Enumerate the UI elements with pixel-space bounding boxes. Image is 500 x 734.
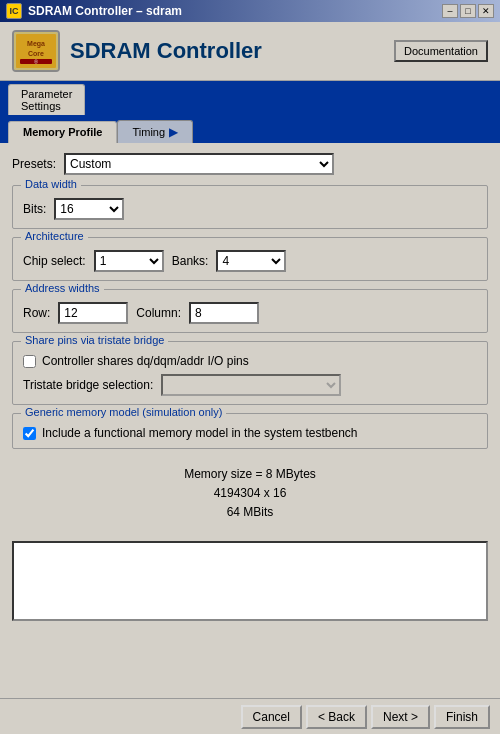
architecture-title: Architecture xyxy=(21,230,88,242)
next-button[interactable]: Next > xyxy=(371,705,430,729)
share-pins-group: Share pins via tristate bridge Controlle… xyxy=(12,341,488,405)
cancel-button[interactable]: Cancel xyxy=(241,705,302,729)
presets-row: Presets: Custom xyxy=(12,153,488,175)
svg-text:Core: Core xyxy=(28,50,44,57)
minimize-button[interactable]: – xyxy=(442,4,458,18)
architecture-row: Chip select: 1 2 4 Banks: 1 2 4 xyxy=(23,250,477,272)
chip-select-label: Chip select: xyxy=(23,254,86,268)
include-memory-checkbox[interactable] xyxy=(23,427,36,440)
row-input[interactable] xyxy=(58,302,128,324)
address-widths-group: Address widths Row: Column: xyxy=(12,289,488,333)
svg-text:®: ® xyxy=(34,59,38,65)
address-row: Row: Column: xyxy=(23,302,477,324)
dimensions-text: 4194304 x 16 xyxy=(12,484,488,503)
mbits-text: 64 MBits xyxy=(12,503,488,522)
presets-label: Presets: xyxy=(12,157,56,171)
timing-arrow-icon: ▶ xyxy=(169,125,178,139)
chip-select-select[interactable]: 1 2 4 xyxy=(94,250,164,272)
column-label: Column: xyxy=(136,306,181,320)
column-input[interactable] xyxy=(189,302,259,324)
parameter-settings-tab[interactable]: Parameter Settings xyxy=(8,84,85,115)
banks-select[interactable]: 1 2 4 xyxy=(216,250,286,272)
presets-select[interactable]: Custom xyxy=(64,153,334,175)
memory-size-text: Memory size = 8 MBytes xyxy=(12,465,488,484)
include-memory-row: Include a functional memory model in the… xyxy=(23,426,477,440)
tristate-label: Tristate bridge selection: xyxy=(23,378,153,392)
sub-tab-bar: Memory Profile Timing ▶ xyxy=(0,115,500,143)
tab-memory-profile[interactable]: Memory Profile xyxy=(8,121,117,143)
controller-shares-row: Controller shares dq/dqm/addr I/O pins xyxy=(23,354,477,368)
close-button[interactable]: ✕ xyxy=(478,4,494,18)
svg-text:Mega: Mega xyxy=(27,40,45,48)
include-memory-label: Include a functional memory model in the… xyxy=(42,426,358,440)
address-widths-title: Address widths xyxy=(21,282,104,294)
tristate-row: Tristate bridge selection: xyxy=(23,374,477,396)
title-bar: IC SDRAM Controller – sdram – □ ✕ xyxy=(0,0,500,22)
controller-shares-label: Controller shares dq/dqm/addr I/O pins xyxy=(42,354,249,368)
app-header: Mega Core ® SDRAM Controller Documentati… xyxy=(0,22,500,81)
data-width-title: Data width xyxy=(21,178,81,190)
tristate-select[interactable] xyxy=(161,374,341,396)
window-title: SDRAM Controller – sdram xyxy=(28,4,182,18)
button-bar: Cancel < Back Next > Finish xyxy=(0,698,500,734)
back-button[interactable]: < Back xyxy=(306,705,367,729)
architecture-group: Architecture Chip select: 1 2 4 Banks: 1… xyxy=(12,237,488,281)
banks-label: Banks: xyxy=(172,254,209,268)
title-bar-buttons[interactable]: – □ ✕ xyxy=(442,4,494,18)
app-icon: IC xyxy=(6,3,22,19)
form-area: Presets: Custom Data width Bits: 8 16 32… xyxy=(0,143,500,537)
controller-shares-checkbox[interactable] xyxy=(23,355,36,368)
share-pins-title: Share pins via tristate bridge xyxy=(21,334,168,346)
bits-label: Bits: xyxy=(23,202,46,216)
preview-box xyxy=(12,541,488,621)
generic-memory-group: Generic memory model (simulation only) I… xyxy=(12,413,488,449)
finish-button[interactable]: Finish xyxy=(434,705,490,729)
generic-memory-title: Generic memory model (simulation only) xyxy=(21,406,226,418)
row-label: Row: xyxy=(23,306,50,320)
app-title: SDRAM Controller xyxy=(70,38,262,64)
tab-timing[interactable]: Timing ▶ xyxy=(117,120,193,143)
window: IC SDRAM Controller – sdram – □ ✕ Mega C… xyxy=(0,0,500,734)
app-logo-area: Mega Core ® SDRAM Controller xyxy=(12,30,262,72)
megacore-logo: Mega Core ® xyxy=(12,30,60,72)
param-tab-bar: Parameter Settings xyxy=(0,81,500,115)
bits-row: Bits: 8 16 32 xyxy=(23,198,477,220)
info-text-area: Memory size = 8 MBytes 4194304 x 16 64 M… xyxy=(12,457,488,527)
data-width-group: Data width Bits: 8 16 32 xyxy=(12,185,488,229)
bits-select[interactable]: 8 16 32 xyxy=(54,198,124,220)
documentation-button[interactable]: Documentation xyxy=(394,40,488,62)
maximize-button[interactable]: □ xyxy=(460,4,476,18)
title-bar-left: IC SDRAM Controller – sdram xyxy=(6,3,182,19)
